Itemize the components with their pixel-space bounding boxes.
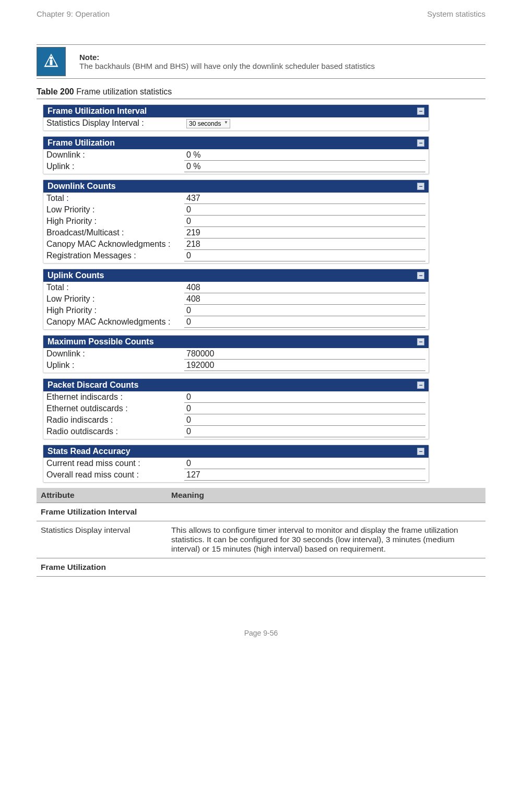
table-caption: Table 200 Frame utilization statistics [37,87,485,97]
row-label: Low Priority : [43,205,184,216]
panel-row: Canopy MAC Acknowledgments :0 [43,316,429,328]
collapse-icon[interactable]: − [417,108,424,115]
row-value: 0 [184,415,425,426]
row-label: Radio indiscards : [43,415,184,426]
panel-title: Frame Utilization [48,138,115,148]
row-label: Uplink : [43,161,184,172]
table-cell [167,503,485,521]
header-left: Chapter 9: Operation [37,9,110,18]
table-row: Statistics Display intervalThis allows t… [37,521,485,558]
row-value: 0 [184,216,425,227]
note-box: Note: The backhauls (BHM and BHS) will h… [37,44,485,79]
row-value: 30 seconds [184,118,425,129]
row-label: Low Priority : [43,294,184,305]
panel-title: Packet Discard Counts [48,380,138,390]
panel-title: Uplink Counts [48,271,104,280]
panel-title: Stats Read Accuracy [48,447,130,456]
page-footer: Page 9-56 [37,629,485,637]
row-label: Overall read miss count : [43,470,184,481]
row-value: 408 [184,282,425,293]
panel-row: High Priority :0 [43,305,429,316]
panel-header: Stats Read Accuracy− [43,445,429,458]
row-label: Statistics Display Interval : [43,118,184,129]
row-value: 0 [184,403,425,414]
stats-panel: Uplink Counts−Total :408Low Priority :40… [43,269,429,330]
row-value: 127 [184,470,425,481]
row-label: Ethernet outdiscards : [43,403,184,414]
row-value: 192000 [184,360,425,371]
row-value: 0 [184,392,425,403]
header-right: System statistics [427,9,485,18]
row-value: 0 [184,205,425,216]
row-label: Current read miss count : [43,458,184,469]
row-value: 0 [184,305,425,316]
row-label: Uplink : [43,360,184,371]
row-label: High Priority : [43,216,184,227]
table-cell: Statistics Display interval [37,521,167,558]
svg-rect-2 [50,60,52,65]
row-value: 0 [184,250,425,261]
panel-row: Low Priority :408 [43,293,429,305]
row-value: 780000 [184,349,425,360]
collapse-icon[interactable]: − [417,381,424,389]
collapse-icon[interactable]: − [417,272,424,279]
stats-panel: Packet Discard Counts−Ethernet indiscard… [43,378,429,439]
table-cell: Frame Utilization Interval [37,503,167,521]
panel-row: Broadcast/Multicast :219 [43,227,429,238]
row-value: 0 % [184,150,425,161]
panel-row: Ethernet indiscards :0 [43,391,429,403]
panel-row: Downlink :0 % [43,149,429,161]
panel-row: Uplink :0 % [43,161,429,172]
attribute-table: Attribute Meaning Frame Utilization Inte… [37,488,485,577]
panel-row: Total :437 [43,193,429,204]
row-label: Registration Messages : [43,250,184,261]
page-header: Chapter 9: Operation System statistics [37,9,485,18]
collapse-icon[interactable]: − [417,183,424,190]
interval-select[interactable]: 30 seconds [186,119,230,128]
panel-header: Maximum Possible Counts− [43,336,429,348]
row-value: 0 [184,317,425,328]
panel-row: Canopy MAC Acknowledgments :218 [43,238,429,250]
table-row: Frame Utilization [37,558,485,577]
panel-row: Low Priority :0 [43,204,429,216]
info-icon [37,47,66,76]
stats-panel: Maximum Possible Counts−Downlink :780000… [43,335,429,373]
row-value: 408 [184,294,425,305]
row-label: Downlink : [43,150,184,161]
panel-row: Overall read miss count :127 [43,469,429,481]
panel-row: Ethernet outdiscards :0 [43,403,429,414]
panel-row: Statistics Display Interval :30 seconds [43,117,429,129]
panel-title: Downlink Counts [48,182,116,191]
panel-row: Uplink :192000 [43,360,429,371]
attr-header-attribute: Attribute [37,488,167,503]
table-number: Table 200 [37,87,74,96]
row-label: Radio outdiscards : [43,426,184,437]
row-label: Downlink : [43,349,184,360]
row-value: 218 [184,239,425,250]
collapse-icon[interactable]: − [417,338,424,345]
stats-panel: Stats Read Accuracy−Current read miss co… [43,445,429,483]
panel-header: Frame Utilization Interval− [43,105,429,117]
panel-row: Registration Messages :0 [43,250,429,261]
table-cell: Frame Utilization [37,558,167,577]
panel-row: Radio outdiscards :0 [43,426,429,437]
svg-point-3 [50,57,52,59]
panel-header: Frame Utilization− [43,137,429,149]
note-label: Note: [79,53,375,62]
panel-row: Radio indiscards :0 [43,414,429,426]
panel-title: Maximum Possible Counts [48,337,154,347]
row-label: Canopy MAC Acknowledgments : [43,239,184,250]
row-value: 0 % [184,161,425,172]
panel-row: Total :408 [43,282,429,293]
table-cell [167,558,485,577]
row-value: 0 [184,458,425,469]
stats-panel: Frame Utilization Interval−Statistics Di… [43,104,429,131]
collapse-icon[interactable]: − [417,139,424,147]
stats-panel: Downlink Counts−Total :437Low Priority :… [43,180,429,264]
panel-title: Frame Utilization Interval [48,106,147,116]
table-cell: This allows to configure timer interval … [167,521,485,558]
row-label: High Priority : [43,305,184,316]
collapse-icon[interactable]: − [417,448,424,455]
row-value: 219 [184,228,425,238]
row-value: 437 [184,193,425,204]
